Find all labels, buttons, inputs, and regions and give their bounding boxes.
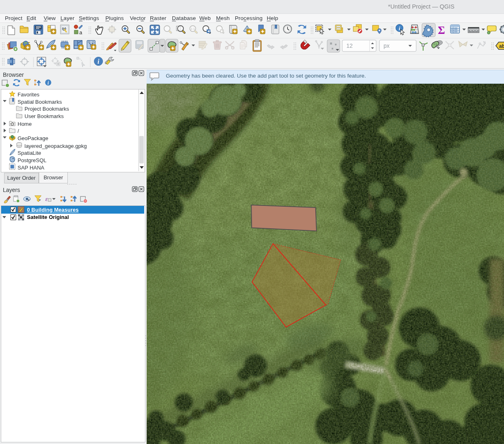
svg-text:layered_geopackage.gpkg: layered_geopackage.gpkg — [25, 143, 87, 149]
svg-text:SAP HANA: SAP HANA — [18, 165, 45, 171]
svg-text:Spatial Bookmarks: Spatial Bookmarks — [18, 99, 62, 105]
svg-text:GeoPackage: GeoPackage — [18, 135, 48, 141]
svg-text:Home: Home — [18, 121, 32, 127]
svg-text:/: / — [18, 128, 19, 134]
svg-text:i: i — [399, 25, 400, 31]
svg-text:abc: abc — [499, 43, 504, 49]
svg-text:a: a — [79, 29, 83, 36]
svg-text:SpatiaLite: SpatiaLite — [18, 150, 41, 156]
svg-text:12: 12 — [346, 42, 353, 49]
svg-text:px: px — [384, 42, 390, 49]
svg-text:User Bookmarks: User Bookmarks — [25, 113, 64, 119]
svg-text:Σ: Σ — [438, 24, 445, 36]
svg-text:Favorites: Favorites — [18, 91, 40, 98]
svg-text:PostgreSQL: PostgreSQL — [18, 157, 47, 163]
svg-text:i: i — [98, 58, 100, 65]
svg-text:ε: ε — [45, 196, 48, 202]
svg-text:Project Bookmarks: Project Bookmarks — [25, 106, 69, 112]
svg-text:1:1: 1:1 — [191, 27, 195, 31]
